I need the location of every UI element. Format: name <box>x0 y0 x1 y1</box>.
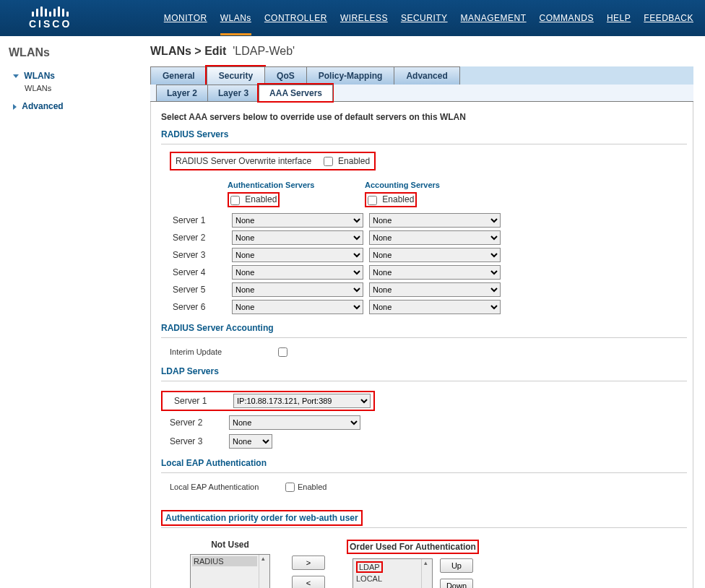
divider <box>161 527 687 528</box>
nav-wlans[interactable]: WLANs <box>220 13 251 35</box>
enabled-label: Enabled <box>382 194 414 204</box>
server-row: Server 2NoneNone <box>168 229 687 246</box>
server-row: Server 1NoneNone <box>168 212 687 229</box>
nav-help[interactable]: HELP <box>607 13 631 23</box>
auth-server-select[interactable]: None <box>232 300 363 314</box>
ldap-server-select[interactable]: IP:10.88.173.121, Port:389 <box>233 394 371 408</box>
auth-enabled-checkbox[interactable] <box>230 196 240 205</box>
nav-management[interactable]: MANAGEMENT <box>461 13 527 23</box>
server-row: Server 6NoneNone <box>168 298 687 316</box>
sidebar-item-wlans-group[interactable]: WLANs <box>9 68 139 84</box>
tab-general[interactable]: General <box>150 66 207 85</box>
subtab-layer3[interactable]: Layer 3 <box>207 85 259 101</box>
acct-server-select[interactable]: None <box>369 282 501 297</box>
acct-server-select[interactable]: None <box>369 300 501 314</box>
acct-enabled-checkbox[interactable] <box>368 196 377 205</box>
not-used-list[interactable]: RADIUS ▴▾ <box>190 554 270 588</box>
nav-controller[interactable]: CONTROLLER <box>264 13 327 23</box>
nav-monitor[interactable]: MONITOR <box>164 13 207 23</box>
aaa-pane: Select AAA servers below to override use… <box>150 102 693 588</box>
auth-server-select[interactable]: None <box>232 248 363 262</box>
move-left-button[interactable]: < <box>292 576 325 588</box>
local-eap-checkbox[interactable] <box>285 483 295 492</box>
ldap-server-select[interactable]: None <box>229 415 360 430</box>
enabled-label: Enabled <box>298 483 326 491</box>
server-row: Server 5NoneNone <box>168 281 687 298</box>
instruction-text: Select AAA servers below to override use… <box>161 112 687 122</box>
section-radius-accounting: RADIUS Server Accounting <box>161 323 687 333</box>
auth-enabled-wrap: Enabled <box>228 192 280 207</box>
acct-server-select[interactable]: None <box>369 248 501 262</box>
order-used-list[interactable]: LDAPLOCAL ▴▾ <box>352 558 433 588</box>
nav-feedback[interactable]: FEEDBACK <box>644 13 693 23</box>
up-button[interactable]: Up <box>440 558 473 573</box>
interim-update-label: Interim Update <box>170 347 278 356</box>
crumb-root: WLANs <box>150 45 191 57</box>
auth-server-select[interactable]: None <box>232 282 363 297</box>
section-local-eap: Local EAP Authentication <box>161 458 687 468</box>
interim-update-checkbox[interactable] <box>278 347 287 357</box>
server-row: Server 4NoneNone <box>168 264 687 281</box>
auth-server-select[interactable]: None <box>232 213 363 228</box>
top-bar: CISCO MONITOR WLANs CONTROLLER WIRELESS … <box>0 0 705 36</box>
radius-overwrite-row: RADIUS Server Overwrite interface Enable… <box>170 152 376 170</box>
acct-server-select[interactable]: None <box>369 213 501 228</box>
server-label: Server 1 <box>168 215 232 225</box>
ldap-server-select[interactable]: None <box>229 434 272 449</box>
list-item[interactable]: RADIUS <box>192 556 257 566</box>
server-label: Server 4 <box>168 267 232 277</box>
auth-servers-header: Authentication Servers <box>228 181 365 189</box>
auth-server-select[interactable]: None <box>232 230 363 245</box>
list-item[interactable]: LOCAL <box>355 574 420 584</box>
breadcrumb: WLANs > Edit 'LDAP-Web' <box>150 45 693 58</box>
nav-security[interactable]: SECURITY <box>401 13 448 23</box>
tab-advanced[interactable]: Advanced <box>394 66 459 85</box>
sidebar-item-wlans[interactable]: WLANs <box>9 84 139 92</box>
ldap-row: Server 2None <box>161 413 687 432</box>
subtab-layer2[interactable]: Layer 2 <box>156 85 208 101</box>
sidebar-item-advanced[interactable]: Advanced <box>9 98 139 114</box>
server-label: Server 6 <box>168 302 232 312</box>
brand-text: CISCO <box>29 18 72 30</box>
acct-server-select[interactable]: None <box>369 265 501 280</box>
acct-server-select[interactable]: None <box>369 230 501 245</box>
caret-down-icon <box>13 74 19 78</box>
crumb-edit: Edit <box>204 45 226 57</box>
sidebar-item-label: Advanced <box>22 101 63 111</box>
scroll-up-icon[interactable]: ▴ <box>259 555 269 562</box>
section-radius-servers: RADIUS Servers <box>161 129 687 139</box>
subtab-aaa-servers[interactable]: AAA Servers <box>259 85 333 101</box>
nav-wireless[interactable]: WIRELESS <box>340 13 388 23</box>
enabled-label: Enabled <box>245 194 277 204</box>
server-label: Server 2 <box>168 233 232 243</box>
sidebar-title: WLANs <box>9 46 139 59</box>
radius-overwrite-label: RADIUS Server Overwrite interface <box>176 156 311 166</box>
scroll-up-icon[interactable]: ▴ <box>422 559 432 566</box>
tab-qos[interactable]: QoS <box>264 66 307 85</box>
sub-tabs: Layer 2 Layer 3 AAA Servers <box>150 85 693 102</box>
divider <box>161 144 687 144</box>
ldap-label: Server 2 <box>161 418 229 428</box>
not-used-header: Not Used <box>211 540 249 550</box>
tab-security[interactable]: Security <box>207 66 265 85</box>
tab-policy-mapping[interactable]: Policy-Mapping <box>306 66 395 85</box>
cisco-logo: CISCO <box>29 7 72 30</box>
move-right-button[interactable]: > <box>292 555 325 570</box>
caret-right-icon <box>13 104 17 110</box>
acct-servers-header: Accounting Servers <box>365 181 502 189</box>
server-columns-header: Authentication Servers Accounting Server… <box>168 181 687 189</box>
down-button[interactable]: Down <box>440 579 473 588</box>
server-label: Server 3 <box>168 250 232 260</box>
divider <box>161 381 687 381</box>
ldap-label: Server 3 <box>161 436 229 446</box>
list-item[interactable]: LDAP <box>355 561 420 574</box>
nav-commands[interactable]: COMMANDS <box>540 13 594 23</box>
server-label: Server 5 <box>168 285 232 295</box>
section-auth-priority: Authentication priority order for web-au… <box>165 513 358 523</box>
auth-server-select[interactable]: None <box>232 265 363 280</box>
radius-overwrite-checkbox[interactable] <box>324 157 333 166</box>
server-row: Server 3NoneNone <box>168 246 687 264</box>
auth-priority-order: Not Used RADIUS ▴▾ > < Order Used For Au… <box>161 540 687 588</box>
enabled-label: Enabled <box>338 156 370 166</box>
divider <box>161 337 687 338</box>
